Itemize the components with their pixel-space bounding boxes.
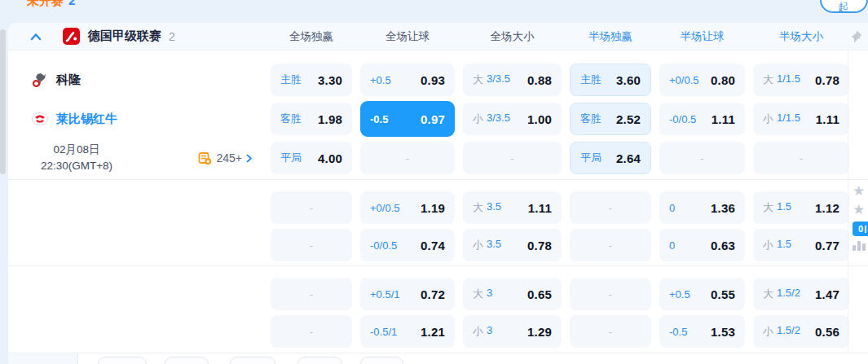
match-meta: 02月08日 22:30(GMT+8) 245+	[8, 138, 271, 178]
odds-cell[interactable]: -0/0.51.11	[659, 103, 745, 135]
odds-cell[interactable]: -0.5/11.21	[360, 315, 455, 348]
odds-cell[interactable]: 主胜3.60	[570, 64, 651, 96]
odds-cell[interactable]: 小1/1.51.11	[753, 103, 849, 135]
odds-cell[interactable]: 客胜2.52	[570, 103, 651, 135]
odds-cell[interactable]: 小3/3.51.00	[463, 103, 562, 135]
odds-cell-empty: -	[360, 142, 455, 174]
preview-pill[interactable]	[230, 357, 275, 364]
odds-cell[interactable]: 大1.5/21.47	[753, 278, 849, 310]
home-team[interactable]: 科隆	[8, 60, 271, 99]
odds-extra-row: -+0/0.51.19大3.51.11-01.36大1.51.12	[8, 189, 868, 226]
odds-value: 0.88	[527, 73, 552, 87]
odds-cell[interactable]: 小31.29	[463, 315, 562, 348]
odds-value: 2.52	[616, 112, 641, 126]
odds-label: 大3	[473, 287, 492, 301]
odds-cell[interactable]: -0/0.50.74	[360, 229, 455, 261]
odds-label-line: 0	[669, 239, 675, 252]
next-section-preview	[8, 353, 868, 364]
odds-value: 1.29	[527, 325, 552, 339]
odds-cell[interactable]: 大3/3.50.88	[463, 64, 562, 96]
odds-label-line: -0/0.5	[669, 113, 696, 125]
odds-label: 大3/3.5	[473, 72, 510, 87]
odds-cell-selected[interactable]: -0.50.97	[360, 101, 455, 137]
league-header-row: 德国甲级联赛 2 全场独赢全场让球全场大小半场独赢半场让球半场大小	[8, 23, 868, 50]
empty-label	[8, 226, 271, 264]
odds-label: +0.5	[370, 74, 391, 86]
live-odds-badge-icon[interactable]: 0	[853, 221, 868, 236]
league-name: 德国甲级联赛	[88, 29, 161, 44]
empty-dash: -	[406, 152, 409, 164]
column-header: 全场大小	[463, 29, 562, 44]
odds-cell[interactable]: 01.36	[659, 191, 745, 224]
odds-cell[interactable]: +0.50.93	[360, 64, 455, 96]
odds-value: 0.78	[815, 73, 839, 87]
more-markets-link[interactable]: 245+	[198, 151, 253, 165]
preview-pill[interactable]	[360, 357, 403, 364]
odds-cell[interactable]: +0/0.51.19	[360, 191, 455, 224]
odds-cell[interactable]: 小1.50.77	[753, 229, 849, 261]
away-team-logo-icon	[31, 110, 49, 128]
odds-value: 0.80	[711, 73, 735, 87]
away-team[interactable]: 莱比锡红牛	[8, 99, 271, 138]
odds-label-line: +0.5/1	[370, 288, 400, 300]
odds-cell[interactable]: 小3.50.78	[463, 229, 562, 261]
pin-icon[interactable]	[848, 29, 863, 44]
match-row-meta: 02月08日 22:30(GMT+8) 245+	[8, 138, 868, 178]
right-rail: ★ ★ 0	[853, 184, 868, 251]
odds-label-line: 1.5/2	[777, 287, 800, 301]
odds-cell-empty: -	[570, 229, 651, 261]
column-header: 半场独赢	[570, 29, 651, 44]
odds-cell[interactable]: +0/0.50.80	[659, 64, 745, 96]
odds-cell[interactable]: 平局4.00	[271, 142, 352, 174]
odds-cell[interactable]: +0.50.55	[659, 278, 745, 310]
odds-label-prefix: 大	[473, 72, 483, 87]
empty-label	[8, 275, 271, 313]
empty-dash: -	[609, 288, 612, 300]
odds-value: 1.11	[528, 201, 552, 215]
odds-label-line: 1/1.5	[777, 72, 800, 87]
odds-label-prefix: 大	[763, 287, 773, 301]
odds-value: 3.60	[616, 73, 641, 87]
preview-pill[interactable]	[297, 357, 342, 364]
odds-cell[interactable]: 大1/1.50.78	[753, 64, 849, 96]
collapse-button[interactable]: 收起	[820, 0, 868, 13]
odds-label: 平局	[580, 151, 601, 165]
home-team-name: 科隆	[56, 72, 81, 88]
odds-cell[interactable]: -0.51.53	[659, 315, 745, 348]
odds-cell-empty: -	[659, 142, 745, 174]
preview-pill[interactable]	[165, 357, 209, 364]
odds-label-line: 客胜	[280, 112, 302, 126]
collapse-chevron-icon[interactable]	[30, 33, 42, 41]
odds-cell[interactable]: 大3.51.11	[463, 191, 562, 224]
odds-cell-empty: -	[570, 315, 651, 348]
column-header: 全场独赢	[271, 29, 352, 44]
status-tab-not-started[interactable]: 未开赛2	[27, 0, 75, 9]
column-header: 全场让球	[360, 29, 455, 44]
odds-row-away: 客胜1.98-0.50.97小3/3.51.00客胜2.52-0/0.51.11…	[271, 101, 849, 137]
favorite-star-icon[interactable]: ★	[853, 203, 865, 217]
league-card: 德国甲级联赛 2 全场独赢全场让球全场大小半场独赢半场让球半场大小 科隆 主胜3…	[8, 23, 868, 364]
favorite-star-icon[interactable]: ★	[853, 184, 865, 198]
preview-pill[interactable]	[98, 357, 147, 364]
away-team-name: 莱比锡红牛	[56, 112, 117, 127]
odds-cell[interactable]: 主胜3.30	[271, 64, 352, 96]
odds-label: 大1/1.5	[763, 72, 800, 87]
odds-cell[interactable]: 大30.65	[463, 278, 562, 310]
odds-cell[interactable]: 00.63	[659, 229, 745, 261]
odds-cell-empty: -	[271, 278, 352, 310]
odds-cell[interactable]: +0.5/10.72	[360, 278, 455, 310]
odds-cell[interactable]: 客胜1.98	[271, 103, 352, 135]
odds-label-prefix: 小	[473, 112, 483, 126]
scrollbar-thumb[interactable]	[0, 29, 6, 174]
league-match-count: 2	[169, 30, 175, 43]
stats-chart-icon[interactable]	[853, 241, 866, 251]
odds-label-line: 3/3.5	[487, 112, 510, 126]
empty-label	[8, 313, 271, 350]
odds-column-headers: 全场独赢全场让球全场大小半场独赢半场让球半场大小	[271, 29, 849, 44]
odds-label: 大1.5	[763, 200, 791, 215]
odds-row: -+0/0.51.19大3.51.11-01.36大1.51.12	[271, 191, 849, 224]
odds-cell[interactable]: 小1.5/20.56	[753, 315, 849, 348]
odds-cell[interactable]: 平局2.64	[570, 142, 651, 174]
odds-label: 客胜	[280, 112, 302, 126]
odds-cell[interactable]: 大1.51.12	[753, 191, 849, 224]
